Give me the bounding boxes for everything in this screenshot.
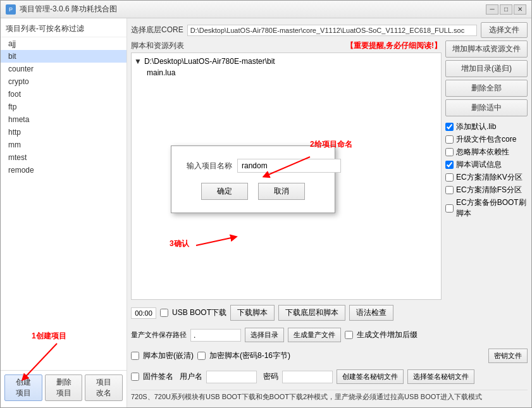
- minimize-button[interactable]: ─: [486, 4, 498, 15]
- window-icon: P: [6, 4, 16, 15]
- checkbox-ec-kv: EC方案清除KV分区: [445, 172, 528, 183]
- rename-dialog: 输入项目名称 确定 取消: [171, 145, 335, 213]
- ec-fs-checkbox[interactable]: [445, 186, 454, 194]
- checkbox-script-debug: 脚本调试信息: [445, 159, 528, 170]
- password-input[interactable]: [282, 371, 333, 383]
- add-timestamp-label: 生成文件增加后缀: [357, 330, 418, 340]
- mass-path-input[interactable]: [190, 329, 241, 342]
- secret-file-button[interactable]: 密钥文件: [488, 349, 528, 363]
- sidebar: 项目列表-可按名称过滤 ajj bit counter crypto foot …: [1, 18, 127, 407]
- ec-kv-label: EC方案清除KV分区: [456, 172, 523, 183]
- syntax-check-button[interactable]: 语法检查: [349, 305, 393, 321]
- upgrade-core-label: 升级文件包含core: [456, 134, 516, 145]
- right-buttons: 增加脚本或资源文件 增加目录(递归) 删除全部 删除适中 添加默认.lib 升: [445, 40, 528, 300]
- project-list: ajj bit counter crypto foot ftp hmeta ht…: [1, 37, 127, 204]
- file-tree-root[interactable]: ▼ D:\Desktop\LuatOS-Air780E-master\bit: [134, 56, 438, 67]
- rename-project-button[interactable]: 项目改名: [85, 374, 123, 401]
- file-panel-label: 脚本和资源列表: [131, 40, 184, 51]
- core-row: 选择底层CORE D:\Desktop\LuatOS-Air780E-maste…: [131, 22, 528, 38]
- window-title: 项目管理-3.0.6 降功耗找合图: [20, 4, 117, 15]
- sidebar-item-ajj[interactable]: ajj: [1, 37, 127, 50]
- file-tree-item-main[interactable]: main.lua: [144, 67, 438, 78]
- checkbox-add-lib: 添加默认.lib: [445, 121, 528, 132]
- sidebar-item-counter[interactable]: counter: [1, 63, 127, 75]
- sidebar-item-foot[interactable]: foot: [1, 88, 127, 101]
- add-dir-button[interactable]: 增加目录(递归): [445, 60, 528, 77]
- core-label: 选择底层CORE: [131, 25, 183, 35]
- download-row: USB BOOT下载 下载脚本 下载底层和脚本 语法检查: [131, 302, 528, 323]
- sidebar-item-bit[interactable]: bit: [1, 50, 127, 63]
- dialog-title-row: 输入项目名称: [187, 159, 319, 173]
- dialog-input-label: 输入项目名称: [187, 161, 232, 171]
- select-dir-button[interactable]: 选择目录: [245, 328, 284, 342]
- window-controls: ─ □ ✕: [486, 4, 526, 15]
- sidebar-item-mtest[interactable]: mtest: [1, 151, 127, 164]
- ec-fs-label: EC方案清除FS分区: [456, 185, 522, 195]
- core-path: D:\Desktop\LuatOS-Air780E-master\core_V1…: [187, 25, 477, 36]
- usb-boot-checkbox[interactable]: [160, 309, 168, 317]
- generate-btn[interactable]: 生成量产文件: [288, 328, 341, 342]
- delete-project-button[interactable]: 删除项目: [45, 374, 83, 401]
- checkbox-upgrade-core: 升级文件包含core: [445, 134, 528, 145]
- sign-row: 固件签名 用户名 密码 创建签名秘钥文件 选择签名秘钥文件: [131, 368, 528, 386]
- checkboxes: 添加默认.lib 升级文件包含core 忽略脚本依赖性: [445, 121, 528, 219]
- dialog-name-input[interactable]: [237, 159, 341, 173]
- upgrade-core-checkbox[interactable]: [445, 135, 454, 144]
- add-lib-checkbox[interactable]: [445, 123, 454, 131]
- important-note: 【重要提醒,务必仔细阅读!】: [346, 40, 442, 51]
- maximize-button[interactable]: □: [500, 4, 512, 15]
- encrypt-row: 脚本加密(嵌清) 加密脚本(密码8-16字节) 密钥文件: [131, 347, 528, 365]
- mass-label: 量产文件保存路径: [131, 330, 187, 340]
- checkbox-ec-fs: EC方案清除FS分区: [445, 185, 528, 195]
- encrypt-pwd-label: 加密脚本(密码8-16字节): [209, 350, 290, 361]
- add-lib-label: 添加默认.lib: [456, 121, 496, 132]
- download-script-button[interactable]: 下载脚本: [230, 305, 275, 321]
- ec-boot-checkbox[interactable]: [445, 204, 454, 213]
- sidebar-item-remode[interactable]: remode: [1, 164, 127, 176]
- footer-text: 720S、720U系列模块有USB BOOT下载和免BOOT下载2种模式，里产烧…: [131, 390, 528, 404]
- sidebar-buttons: 创建项目 删除项目 项目改名: [1, 370, 127, 405]
- select-core-button[interactable]: 选择文件: [481, 22, 528, 38]
- dialog-cancel-button[interactable]: 取消: [258, 183, 305, 200]
- dialog-buttons: 确定 取消: [187, 183, 319, 200]
- create-key-button[interactable]: 创建签名秘钥文件: [337, 369, 404, 384]
- password-label: 密码: [263, 371, 278, 382]
- delete-selected-button[interactable]: 删除适中: [445, 99, 528, 116]
- mass-production-row: 量产文件保存路径 选择目录 生成量产文件 生成文件增加后缀: [131, 326, 528, 344]
- script-debug-label: 脚本调试信息: [456, 159, 502, 170]
- usb-boot-label: USB BOOT下载: [172, 307, 226, 318]
- sidebar-item-crypto[interactable]: crypto: [1, 75, 127, 88]
- sidebar-item-mm[interactable]: mm: [1, 139, 127, 151]
- firmware-sign-label: 固件签名: [143, 371, 173, 382]
- file-tree-children: main.lua: [144, 67, 438, 78]
- file-panel-header: 脚本和资源列表 【重要提醒,务必仔细阅读!】: [131, 40, 442, 51]
- checkbox-ec-boot: EC方案备份BOOT刷脚本: [445, 197, 528, 219]
- encrypt-pwd-checkbox[interactable]: [197, 352, 206, 360]
- close-button[interactable]: ✕: [514, 4, 526, 15]
- select-key-button[interactable]: 选择签名秘钥文件: [407, 369, 474, 384]
- sidebar-item-http[interactable]: http: [1, 126, 127, 139]
- script-debug-checkbox[interactable]: [445, 161, 454, 169]
- ignore-deps-checkbox[interactable]: [445, 148, 454, 156]
- file-tree-root-path: D:\Desktop\LuatOS-Air780E-master\bit: [144, 57, 275, 66]
- ec-boot-label: EC方案备份BOOT刷脚本: [456, 197, 528, 219]
- dialog-ok-button[interactable]: 确定: [201, 183, 248, 200]
- delete-all-button[interactable]: 删除全部: [445, 80, 528, 97]
- dialog-container: 输入项目名称 确定 取消: [171, 145, 335, 213]
- username-input[interactable]: [206, 371, 257, 383]
- ec-kv-checkbox[interactable]: [445, 173, 454, 182]
- sidebar-item-ftp[interactable]: ftp: [1, 101, 127, 113]
- ignore-deps-label: 忽略脚本依赖性: [456, 147, 509, 158]
- script-encrypt-label: 脚本加密(嵌清): [143, 350, 194, 361]
- checkbox-ignore-deps: 忽略脚本依赖性: [445, 147, 528, 158]
- script-encrypt-checkbox[interactable]: [131, 352, 139, 360]
- sidebar-header: 项目列表-可按名称过滤: [1, 21, 127, 37]
- download-core-script-button[interactable]: 下载底层和脚本: [278, 305, 345, 321]
- add-timestamp-checkbox[interactable]: [345, 331, 353, 339]
- sidebar-item-hmeta[interactable]: hmeta: [1, 113, 127, 126]
- add-script-button[interactable]: 增加脚本或资源文件: [445, 40, 528, 58]
- firmware-sign-checkbox[interactable]: [131, 373, 139, 381]
- download-time-input[interactable]: [131, 307, 156, 319]
- create-project-button[interactable]: 创建项目: [4, 374, 42, 401]
- username-label: 用户名: [180, 371, 202, 382]
